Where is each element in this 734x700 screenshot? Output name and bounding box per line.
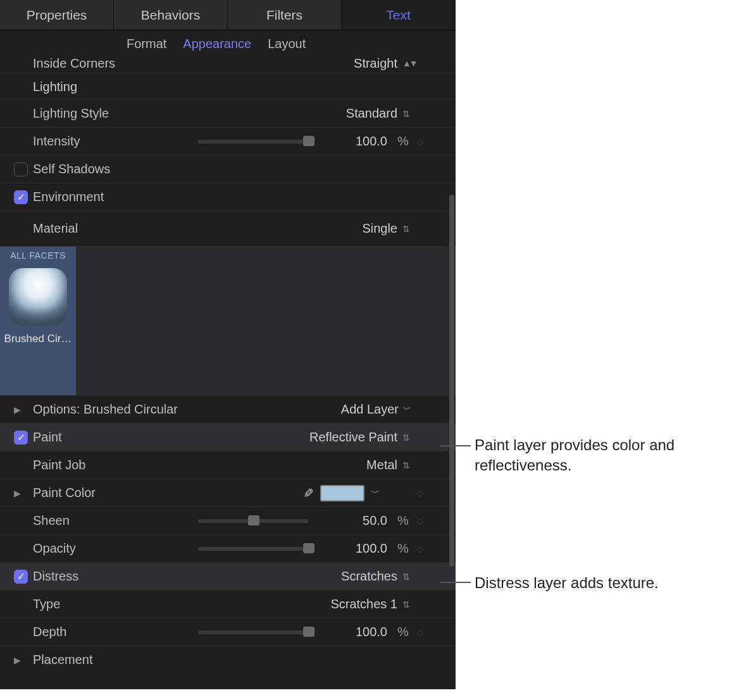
material-facet-strip: ALL FACETS Brushed Cir… (0, 246, 456, 395)
paint-type-popup[interactable]: Reflective Paint ⇅ (309, 430, 411, 445)
sheen-label: Sheen (33, 513, 140, 528)
subtab-appearance[interactable]: Appearance (183, 37, 251, 51)
paint-checkbox[interactable]: ✓ (14, 431, 28, 445)
material-value: Single (362, 221, 397, 236)
material-label: Material (33, 221, 140, 236)
paint-color-well[interactable] (320, 485, 364, 501)
options-label: Options: Brushed Circular (33, 402, 210, 417)
distress-type-label: Type (33, 597, 140, 611)
disclosure-triangle-icon[interactable]: ▶ (14, 655, 21, 665)
material-popup[interactable]: Single ⇅ (362, 221, 411, 236)
distress-type-popup[interactable]: Scratches ⇅ (341, 569, 411, 584)
material-thumbnail (9, 268, 67, 326)
annotation-distress: Distress layer adds texture. (475, 573, 728, 593)
tab-properties[interactable]: Properties (0, 0, 114, 30)
scrollbar-thumb[interactable] (449, 195, 454, 567)
paint-label: Paint (33, 430, 140, 445)
environment-label: Environment (33, 190, 411, 204)
inspector-panel: Properties Behaviors Filters Text Format… (0, 0, 456, 689)
paint-job-value: Metal (366, 458, 397, 472)
inside-corners-popup[interactable]: Straight ▲▼ (354, 56, 411, 71)
subtab-layout[interactable]: Layout (268, 37, 306, 51)
lighting-header: Lighting (0, 73, 456, 99)
placement-label: Placement (33, 653, 411, 667)
depth-unit: % (397, 625, 411, 639)
scrollbar[interactable] (448, 195, 456, 574)
distress-subtype-popup[interactable]: Scratches 1 ⇅ (330, 597, 411, 611)
inside-corners-label: Inside Corners (33, 56, 140, 71)
add-layer-label: Add Layer (341, 402, 399, 417)
distress-layer-row[interactable]: ✓ Distress Scratches ⇅ (0, 562, 456, 590)
facet-all[interactable]: ALL FACETS Brushed Cir… (0, 247, 76, 396)
tab-text[interactable]: Text (342, 0, 456, 30)
keyframe-diamond-icon[interactable]: ◇ (417, 544, 424, 554)
add-layer-popup[interactable]: Add Layer ﹀ (341, 402, 411, 417)
subtab-format[interactable]: Format (127, 37, 166, 51)
sheen-unit: % (397, 513, 411, 528)
sheen-value[interactable]: 50.0 (321, 513, 391, 528)
opacity-value[interactable]: 100.0 (321, 541, 391, 556)
distress-value: Scratches (341, 569, 397, 584)
tab-behaviors[interactable]: Behaviors (114, 0, 228, 30)
chevron-updown-icon: ⇅ (402, 433, 411, 443)
opacity-unit: % (397, 541, 411, 556)
chevron-updown-icon: ⇅ (402, 572, 411, 582)
paint-layer-row[interactable]: ✓ Paint Reflective Paint ⇅ (0, 423, 456, 451)
chevron-updown-icon: ⇅ (402, 460, 411, 470)
chevron-updown-icon: ⇅ (402, 224, 411, 234)
chevron-updown-icon: ⇅ (402, 599, 411, 610)
self-shadows-checkbox[interactable] (14, 163, 28, 176)
depth-label: Depth (33, 625, 140, 639)
chevron-updown-icon: ⇅ (402, 109, 411, 119)
paint-job-popup[interactable]: Metal ⇅ (366, 458, 411, 472)
facet-all-label: ALL FACETS (0, 250, 76, 264)
lighting-style-popup[interactable]: Standard ⇅ (346, 106, 411, 121)
paint-job-label: Paint Job (33, 458, 140, 472)
material-name: Brushed Cir… (0, 333, 76, 345)
chevron-updown-icon: ▲▼ (402, 58, 411, 68)
intensity-label: Intensity (33, 134, 140, 149)
chevron-down-icon[interactable]: ﹀ (371, 488, 380, 499)
depth-value[interactable]: 100.0 (321, 625, 391, 639)
tab-filters[interactable]: Filters (228, 0, 342, 30)
intensity-slider[interactable] (198, 140, 309, 144)
opacity-slider[interactable] (198, 547, 309, 551)
lighting-style-label: Lighting Style (33, 106, 140, 121)
distress-subtype-value: Scratches 1 (330, 597, 397, 611)
distress-label: Distress (33, 569, 140, 584)
sheen-slider[interactable] (198, 519, 309, 523)
opacity-label: Opacity (33, 541, 140, 556)
paint-type-value: Reflective Paint (309, 430, 397, 445)
keyframe-diamond-icon[interactable]: ◇ (417, 137, 424, 147)
intensity-unit: % (397, 134, 411, 149)
annotation-paint: Paint layer provides color and reflectiv… (475, 435, 715, 476)
intensity-value[interactable]: 100.0 (321, 134, 391, 149)
leader-line (440, 445, 471, 446)
chevron-down-icon: ﹀ (402, 404, 411, 415)
lighting-style-value: Standard (346, 106, 397, 121)
keyframe-diamond-icon[interactable]: ◇ (417, 627, 424, 637)
leader-line (440, 582, 471, 583)
self-shadows-label: Self Shadows (33, 162, 411, 176)
disclosure-triangle-icon[interactable]: ▶ (14, 488, 21, 498)
main-tab-bar: Properties Behaviors Filters Text (0, 0, 456, 30)
distress-checkbox[interactable]: ✓ (14, 570, 28, 584)
depth-slider[interactable] (198, 630, 309, 634)
paint-color-label: Paint Color (33, 486, 140, 500)
eyedropper-icon[interactable]: ✎ (303, 486, 314, 501)
keyframe-diamond-icon[interactable]: ◇ (417, 488, 424, 498)
environment-checkbox[interactable]: ✓ (14, 190, 28, 204)
inside-corners-value: Straight (354, 56, 397, 71)
keyframe-diamond-icon[interactable]: ◇ (417, 516, 424, 526)
disclosure-triangle-icon[interactable]: ▶ (14, 405, 21, 415)
